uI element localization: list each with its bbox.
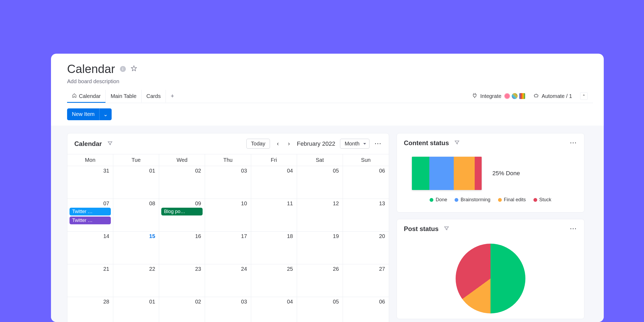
calendar-day-cell[interactable]: 24 [205,264,251,297]
calendar-day-cell[interactable]: 03 [205,297,251,322]
filter-icon[interactable] [454,140,460,146]
calendar-day-cell[interactable]: 06 [343,166,389,199]
day-number: 03 [207,299,248,305]
add-view-button[interactable]: + [166,89,179,103]
calendar-day-cell[interactable]: 08 [113,199,159,232]
day-number: 10 [207,200,248,207]
calendar-day-cell[interactable]: 07Twitter …Twitter … [67,199,113,232]
calendar-day-cell[interactable]: 27 [343,264,389,297]
calendar-day-cell[interactable]: 13 [343,199,389,232]
calendar-day-cell[interactable]: 10 [205,199,251,232]
collapse-button[interactable]: ⌃ [580,92,588,100]
stacked-bar-segment[interactable] [475,157,482,190]
calendar-day-cell[interactable]: 22 [113,264,159,297]
calendar-day-cell[interactable]: 01 [113,166,159,199]
more-menu-button[interactable]: ⋯ [570,225,577,233]
more-menu-button[interactable]: ⋯ [374,140,382,148]
day-number: 08 [115,200,157,207]
calendar-day-cell[interactable]: 04 [251,166,297,199]
filter-icon[interactable] [107,141,113,147]
calendar-day-cell[interactable]: 05 [297,166,343,199]
day-of-week-label: Tue [113,154,159,166]
calendar-day-cell[interactable]: 09Blog po… [159,199,205,232]
day-of-week-label: Thu [205,154,251,166]
calendar-day-cell[interactable]: 31 [67,166,113,199]
calendar-day-cell[interactable]: 19 [297,232,343,264]
calendar-day-cell[interactable]: 15 [113,232,159,264]
automate-button[interactable]: Automate / 1 [533,93,572,100]
legend-item[interactable]: Done [430,197,447,203]
calendar-day-cell[interactable]: 01 [113,297,159,322]
calendar-panel-header: Calendar Today ‹ › February 2022 Month ⋯ [67,133,389,154]
day-number: 28 [69,299,111,305]
post-status-title: Post status [404,225,438,233]
calendar-day-cell[interactable]: 03 [205,166,251,199]
next-month-button[interactable]: › [286,139,292,148]
calendar-day-cell[interactable]: 14 [67,232,113,264]
calendar-day-cell[interactable]: 23 [159,264,205,297]
content-status-panel: Content status ⋯ 25% Done DoneBrainstorm… [397,133,584,213]
legend-label: Brainstorming [460,197,490,203]
tabs-right: Integrate Automate / 1 ⌃ [472,92,588,100]
calendar-day-cell[interactable]: 28 [67,297,113,322]
day-number: 03 [207,168,248,174]
board-header: Calendar i Add board description Calenda… [51,54,604,103]
calendar-day-cell[interactable]: 18 [251,232,297,264]
info-icon[interactable]: i [120,66,126,72]
calendar-day-cell[interactable]: 05 [297,297,343,322]
new-item-dropdown[interactable]: ⌄ [99,108,112,120]
stacked-bar-segment[interactable] [429,157,454,190]
star-icon[interactable] [131,65,137,73]
legend-item[interactable]: Final edits [498,197,526,203]
calendar-panel: Calendar Today ‹ › February 2022 Month ⋯… [67,133,389,322]
day-number: 12 [299,200,341,207]
calendar-event[interactable]: Twitter … [69,217,111,224]
calendar-day-cell[interactable]: 21 [67,264,113,297]
new-item-button[interactable]: New Item ⌄ [67,108,112,120]
calendar-day-cell[interactable]: 17 [205,232,251,264]
stacked-bar-segment[interactable] [412,157,429,190]
board-description[interactable]: Add board description [67,78,593,85]
integration-icon-3 [519,93,525,99]
tab-label: Calendar [79,93,101,99]
legend-item[interactable]: Stuck [533,197,551,203]
calendar-event[interactable]: Twitter … [69,208,111,215]
integrate-button[interactable]: Integrate [472,93,525,100]
calendar-event[interactable]: Blog po… [161,208,203,215]
day-number: 02 [161,168,203,174]
calendar-day-cell[interactable]: 25 [251,264,297,297]
page-title: Calendar [67,62,115,76]
stacked-bar-segment[interactable] [454,157,475,190]
new-item-label[interactable]: New Item [67,108,99,120]
post-status-header: Post status ⋯ [397,219,584,238]
legend-item[interactable]: Brainstorming [455,197,490,203]
chevron-up-icon: ⌃ [582,94,586,98]
home-icon [72,93,77,99]
day-of-week-label: Sat [297,154,343,166]
tab-cards[interactable]: Cards [142,90,166,103]
more-menu-button[interactable]: ⋯ [570,139,577,147]
calendar-day-cell[interactable]: 20 [343,232,389,264]
tabs-left: Calendar Main Table Cards + [67,89,179,103]
calendar-day-cell[interactable]: 04 [251,297,297,322]
view-select[interactable]: Month [340,139,369,149]
calendar-day-cell[interactable]: 02 [159,166,205,199]
day-of-week-label: Sun [343,154,389,166]
prev-month-button[interactable]: ‹ [275,139,281,148]
calendar-day-cell[interactable]: 26 [297,264,343,297]
day-number: 14 [69,233,111,239]
legend-dot [533,198,537,202]
tab-calendar[interactable]: Calendar [67,90,106,103]
filter-icon[interactable] [444,226,449,232]
tab-label: Cards [147,93,161,99]
calendar-day-cell[interactable]: 12 [297,199,343,232]
today-button[interactable]: Today [246,139,270,149]
day-of-week-label: Wed [159,154,205,166]
integration-icon-1 [504,93,510,99]
calendar-day-cell[interactable]: 11 [251,199,297,232]
calendar-day-cell[interactable]: 02 [159,297,205,322]
tab-main-table[interactable]: Main Table [106,90,141,103]
calendar-day-cell[interactable]: 06 [343,297,389,322]
calendar-day-cell[interactable]: 16 [159,232,205,264]
day-number: 23 [161,266,203,272]
